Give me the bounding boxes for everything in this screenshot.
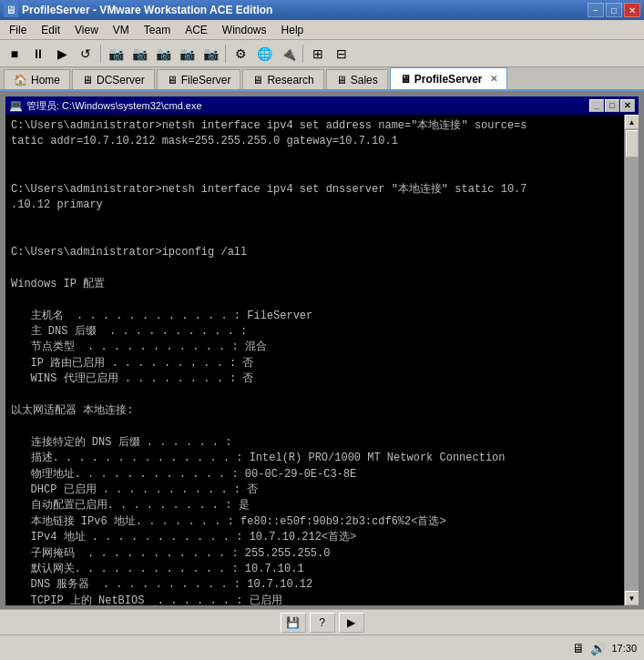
power-stop-btn[interactable]: ■ — [4, 43, 26, 65]
full-screen-btn[interactable]: ⊞ — [307, 43, 329, 65]
cmd-minimize-btn[interactable]: _ — [589, 99, 604, 112]
snapshot-btn4[interactable]: 📷 — [176, 43, 198, 65]
cmd-body: C:\Users\administrator>netsh interface i… — [5, 115, 639, 605]
menu-help[interactable]: Help — [274, 22, 312, 38]
cmd-icon: 💻 — [9, 99, 23, 112]
menu-view[interactable]: View — [67, 22, 106, 38]
menu-bar: File Edit View VM Team ACE Windows Help — [0, 20, 644, 40]
vm-status-bar: 💾 ? ▶ — [0, 609, 644, 635]
tab-profileserver[interactable]: 🖥 ProfileServer ✕ — [390, 67, 507, 89]
tab-home[interactable]: 🏠 Home — [4, 69, 70, 89]
menu-team[interactable]: Team — [137, 22, 178, 38]
scroll-up-btn[interactable]: ▲ — [625, 115, 639, 129]
toolbar-sep-1 — [100, 45, 101, 63]
minimize-button[interactable]: − — [588, 3, 604, 17]
profileserver-tab-icon: 🖥 — [400, 73, 411, 86]
play-small-btn[interactable]: ▶ — [339, 613, 364, 633]
snapshot-btn5[interactable]: 📷 — [199, 43, 221, 65]
toolbar-sep-2 — [225, 45, 226, 63]
profileserver-tab-label: ProfileServer — [414, 73, 483, 86]
network-btn[interactable]: 🌐 — [253, 43, 275, 65]
snapshot-btn3[interactable]: 📷 — [152, 43, 174, 65]
app-icon: 🖥 — [4, 3, 18, 17]
tab-bar: 🏠 Home 🖥 DCServer 🖥 FileServer 🖥 Researc… — [0, 67, 644, 91]
menu-edit[interactable]: Edit — [34, 22, 67, 38]
snapshot-btn1[interactable]: 📷 — [105, 43, 127, 65]
maximize-button[interactable]: □ — [606, 3, 622, 17]
tray-time: 17:30 — [611, 643, 637, 654]
cmd-title-bar: 💻 管理员: C:\Windows\system32\cmd.exe _ □ ✕ — [5, 96, 639, 115]
scroll-down-btn[interactable]: ▼ — [625, 591, 639, 605]
tab-sales[interactable]: 🖥 Sales — [326, 69, 388, 89]
cmd-window: 💻 管理员: C:\Windows\system32\cmd.exe _ □ ✕… — [4, 95, 640, 607]
system-tray-bar: 🖥 🔊 17:30 — [0, 635, 644, 660]
toolbar: ■ ⏸ ▶ ↺ 📷 📷 📷 📷 📷 ⚙ 🌐 🔌 ⊞ ⊟ — [0, 40, 644, 67]
title-bar: 🖥 ProfileServer - VMware Workstation ACE… — [0, 0, 644, 20]
cmd-maximize-btn[interactable]: □ — [605, 99, 619, 112]
pause-btn[interactable]: ⏸ — [27, 43, 49, 65]
sales-tab-icon: 🖥 — [336, 74, 347, 86]
tray-volume-icon: 🔊 — [590, 641, 606, 655]
home-tab-label: Home — [31, 74, 60, 86]
menu-ace[interactable]: ACE — [178, 22, 215, 38]
fileserver-tab-icon: 🖥 — [167, 74, 178, 86]
tab-research[interactable]: 🖥 Research — [242, 69, 323, 89]
title-bar-buttons: − □ ✕ — [588, 3, 640, 17]
tab-fileserver[interactable]: 🖥 FileServer — [157, 69, 241, 89]
tab-close-icon[interactable]: ✕ — [490, 74, 497, 84]
scroll-track — [625, 129, 639, 591]
usb-btn[interactable]: 🔌 — [277, 43, 299, 65]
toolbar-sep-3 — [302, 45, 303, 63]
menu-file[interactable]: File — [2, 22, 34, 38]
fileserver-tab-label: FileServer — [181, 74, 231, 86]
cmd-text-area[interactable]: C:\Users\administrator>netsh interface i… — [5, 115, 624, 605]
vm-settings-btn[interactable]: ⚙ — [230, 43, 251, 65]
play-btn[interactable]: ▶ — [51, 43, 73, 65]
menu-vm[interactable]: VM — [106, 22, 137, 38]
scroll-thumb[interactable] — [626, 130, 639, 157]
sales-tab-label: Sales — [351, 74, 378, 86]
unity-btn[interactable]: ⊟ — [331, 43, 353, 65]
research-tab-label: Research — [267, 74, 313, 86]
dcserver-tab-icon: 🖥 — [82, 74, 93, 86]
cmd-scrollbar[interactable]: ▲ ▼ — [624, 115, 639, 605]
cmd-title-text: 管理员: C:\Windows\system32\cmd.exe — [26, 99, 589, 113]
cmd-title-buttons: _ □ ✕ — [589, 99, 635, 112]
tray-network-icon: 🖥 — [572, 641, 585, 655]
title-text: ProfileServer - VMware Workstation ACE E… — [22, 4, 588, 16]
disk-icon-btn[interactable]: 💾 — [281, 613, 306, 633]
research-tab-icon: 🖥 — [252, 74, 263, 86]
close-button[interactable]: ✕ — [624, 3, 640, 17]
vmware-content: 💻 管理员: C:\Windows\system32\cmd.exe _ □ ✕… — [0, 91, 644, 635]
cmd-close-btn[interactable]: ✕ — [620, 99, 635, 112]
help-btn[interactable]: ? — [310, 613, 335, 633]
snapshot-btn2[interactable]: 📷 — [128, 43, 150, 65]
tab-dcserver[interactable]: 🖥 DCServer — [72, 69, 155, 89]
reset-btn[interactable]: ↺ — [75, 43, 97, 65]
dcserver-tab-label: DCServer — [97, 74, 145, 86]
menu-windows[interactable]: Windows — [215, 22, 274, 38]
home-tab-icon: 🏠 — [14, 74, 27, 86]
